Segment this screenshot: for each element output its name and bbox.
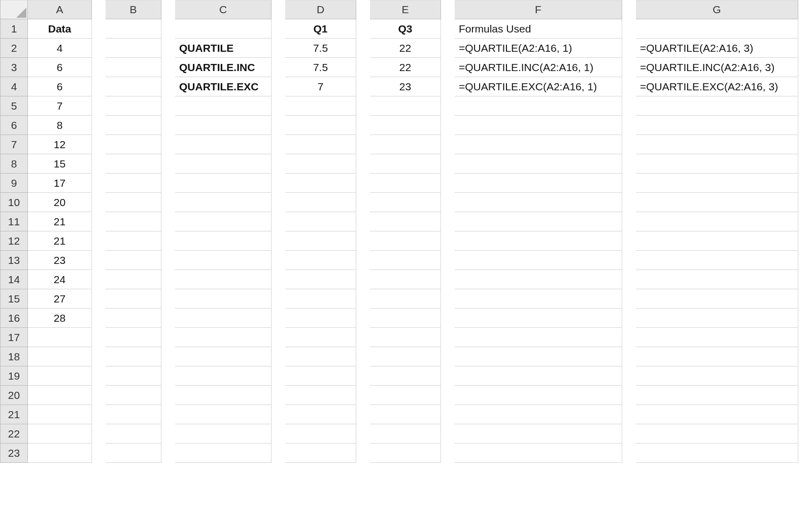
cell-D22[interactable] — [285, 424, 356, 444]
cell-A8[interactable]: 15 — [28, 154, 92, 174]
cell-A21[interactable] — [28, 405, 92, 424]
cell-G8[interactable] — [636, 154, 798, 174]
row-header-23[interactable]: 23 — [0, 444, 28, 463]
cell-D5[interactable] — [285, 96, 356, 116]
cell-G20[interactable] — [636, 386, 798, 405]
cell-A22[interactable] — [28, 424, 92, 444]
cell-A4[interactable]: 6 — [28, 77, 92, 96]
cell-B4[interactable] — [106, 77, 161, 96]
cell-F16[interactable] — [455, 309, 622, 328]
cell-B20[interactable] — [106, 386, 161, 405]
cell-F15[interactable] — [455, 289, 622, 309]
cell-E16[interactable] — [370, 309, 441, 328]
cell-C13[interactable] — [175, 251, 272, 270]
cell-G5[interactable] — [636, 96, 798, 116]
cell-E21[interactable] — [370, 405, 441, 424]
select-all-corner[interactable] — [0, 0, 28, 19]
cell-F23[interactable] — [455, 444, 622, 463]
cell-G18[interactable] — [636, 347, 798, 366]
column-header-E[interactable]: E — [370, 0, 441, 19]
cell-B15[interactable] — [106, 289, 161, 309]
cell-B2[interactable] — [106, 39, 161, 58]
row-header-18[interactable]: 18 — [0, 347, 28, 366]
cell-F17[interactable] — [455, 328, 622, 347]
cell-E3[interactable]: 22 — [370, 58, 441, 77]
cell-G21[interactable] — [636, 405, 798, 424]
cell-F11[interactable] — [455, 212, 622, 231]
cell-C6[interactable] — [175, 116, 272, 135]
row-header-14[interactable]: 14 — [0, 270, 28, 289]
cell-D18[interactable] — [285, 347, 356, 366]
cell-B7[interactable] — [106, 135, 161, 154]
cell-A13[interactable]: 23 — [28, 251, 92, 270]
cell-F4[interactable]: =QUARTILE.EXC(A2:A16, 1) — [455, 77, 622, 96]
cell-F20[interactable] — [455, 386, 622, 405]
row-header-19[interactable]: 19 — [0, 366, 28, 386]
cell-C19[interactable] — [175, 366, 272, 386]
row-header-15[interactable]: 15 — [0, 289, 28, 309]
cell-C15[interactable] — [175, 289, 272, 309]
cell-B5[interactable] — [106, 96, 161, 116]
cell-D12[interactable] — [285, 231, 356, 251]
cell-G14[interactable] — [636, 270, 798, 289]
cell-B17[interactable] — [106, 328, 161, 347]
cell-F13[interactable] — [455, 251, 622, 270]
cell-A10[interactable]: 20 — [28, 193, 92, 212]
cell-F21[interactable] — [455, 405, 622, 424]
cell-E10[interactable] — [370, 193, 441, 212]
cell-A14[interactable]: 24 — [28, 270, 92, 289]
cell-D3[interactable]: 7.5 — [285, 58, 356, 77]
cell-F6[interactable] — [455, 116, 622, 135]
cell-C21[interactable] — [175, 405, 272, 424]
cell-B11[interactable] — [106, 212, 161, 231]
cell-G12[interactable] — [636, 231, 798, 251]
cell-D21[interactable] — [285, 405, 356, 424]
cell-A11[interactable]: 21 — [28, 212, 92, 231]
cell-C9[interactable] — [175, 174, 272, 193]
cell-A2[interactable]: 4 — [28, 39, 92, 58]
cell-D10[interactable] — [285, 193, 356, 212]
cell-A1[interactable]: Data — [28, 19, 92, 39]
cell-B23[interactable] — [106, 444, 161, 463]
row-header-1[interactable]: 1 — [0, 19, 28, 39]
cell-G22[interactable] — [636, 424, 798, 444]
cell-D4[interactable]: 7 — [285, 77, 356, 96]
cell-E6[interactable] — [370, 116, 441, 135]
cell-B16[interactable] — [106, 309, 161, 328]
cell-D20[interactable] — [285, 386, 356, 405]
cell-G1[interactable] — [636, 19, 798, 39]
cell-E20[interactable] — [370, 386, 441, 405]
cell-G23[interactable] — [636, 444, 798, 463]
cell-F14[interactable] — [455, 270, 622, 289]
cell-F2[interactable]: =QUARTILE(A2:A16, 1) — [455, 39, 622, 58]
cell-D15[interactable] — [285, 289, 356, 309]
cell-E13[interactable] — [370, 251, 441, 270]
cell-E15[interactable] — [370, 289, 441, 309]
row-header-11[interactable]: 11 — [0, 212, 28, 231]
cell-F7[interactable] — [455, 135, 622, 154]
cell-E17[interactable] — [370, 328, 441, 347]
cell-A19[interactable] — [28, 366, 92, 386]
cell-E11[interactable] — [370, 212, 441, 231]
cell-F9[interactable] — [455, 174, 622, 193]
cell-C8[interactable] — [175, 154, 272, 174]
row-header-8[interactable]: 8 — [0, 154, 28, 174]
cell-G10[interactable] — [636, 193, 798, 212]
spreadsheet-grid[interactable]: ABCDEFG1DataQ1Q3Formulas Used24QUARTILE7… — [0, 0, 812, 463]
cell-G17[interactable] — [636, 328, 798, 347]
cell-E9[interactable] — [370, 174, 441, 193]
row-header-5[interactable]: 5 — [0, 96, 28, 116]
cell-C3[interactable]: QUARTILE.INC — [175, 58, 272, 77]
column-header-G[interactable]: G — [636, 0, 798, 19]
cell-G7[interactable] — [636, 135, 798, 154]
cell-A17[interactable] — [28, 328, 92, 347]
row-header-20[interactable]: 20 — [0, 386, 28, 405]
cell-C14[interactable] — [175, 270, 272, 289]
row-header-10[interactable]: 10 — [0, 193, 28, 212]
cell-D9[interactable] — [285, 174, 356, 193]
cell-E12[interactable] — [370, 231, 441, 251]
cell-A20[interactable] — [28, 386, 92, 405]
cell-D19[interactable] — [285, 366, 356, 386]
cell-E18[interactable] — [370, 347, 441, 366]
cell-E23[interactable] — [370, 444, 441, 463]
